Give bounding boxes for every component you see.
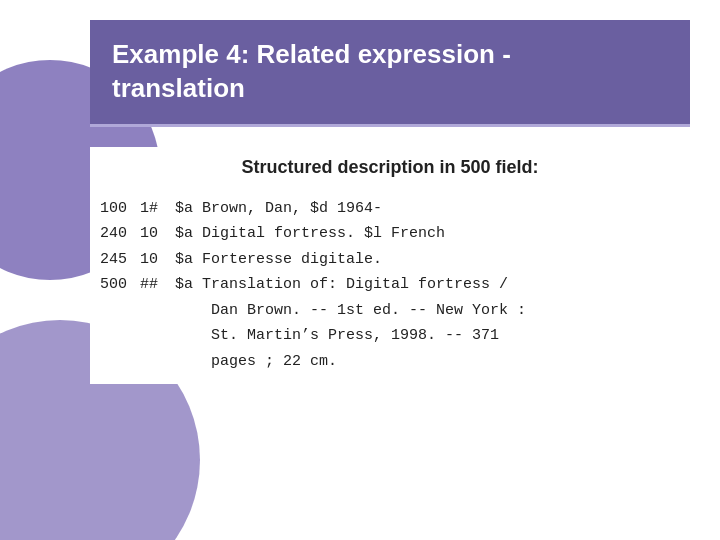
main-container: Example 4: Related expression - translat… — [90, 20, 690, 384]
marc-tag-240: 240 — [100, 221, 140, 247]
divider — [90, 124, 690, 127]
marc-ind-240: 10 — [140, 221, 175, 247]
marc-content-100: $a Brown, Dan, $d 1964- — [175, 196, 382, 222]
marc-tag-500: 500 — [100, 272, 140, 298]
marc-tag-245: 245 — [100, 247, 140, 273]
marc-ind-500: ## — [140, 272, 175, 298]
marc-table: 100 1# $a Brown, Dan, $d 1964- 240 10 $a… — [100, 196, 680, 375]
marc-row-500: 500 ## $a Translation of: Digital fortre… — [100, 272, 680, 374]
marc-row-245: 245 10 $a Forteresse digitale. — [100, 247, 680, 273]
marc-row-240: 240 10 $a Digital fortress. $l French — [100, 221, 680, 247]
title-line1: Example 4: Related expression - — [112, 39, 511, 69]
subtitle: Structured description in 500 field: — [100, 157, 680, 178]
marc-content-240: $a Digital fortress. $l French — [175, 221, 445, 247]
title-box: Example 4: Related expression - translat… — [90, 20, 690, 124]
marc-tag-100: 100 — [100, 196, 140, 222]
marc-ind-245: 10 — [140, 247, 175, 273]
marc-content-500: $a Translation of: Digital fortress / Da… — [175, 272, 526, 374]
content-area: Structured description in 500 field: 100… — [90, 147, 690, 385]
title-line2: translation — [112, 73, 245, 103]
marc-ind-100: 1# — [140, 196, 175, 222]
page-title: Example 4: Related expression - translat… — [112, 38, 668, 106]
marc-row-100: 100 1# $a Brown, Dan, $d 1964- — [100, 196, 680, 222]
marc-content-245: $a Forteresse digitale. — [175, 247, 382, 273]
